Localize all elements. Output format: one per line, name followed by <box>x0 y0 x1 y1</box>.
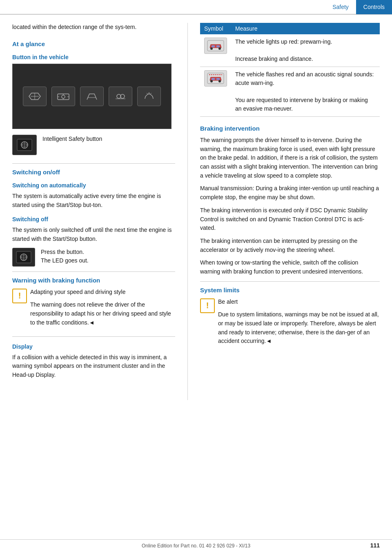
braking-text-5: When towing or tow-starting the vehicle,… <box>200 258 380 276</box>
dashboard-btn-1 <box>23 87 47 106</box>
svg-rect-18 <box>212 45 215 47</box>
warning-icon-row: ! Adapting your speed and driving style … <box>12 288 175 331</box>
svg-point-26 <box>218 80 221 82</box>
symbol-measure-table: Symbol Measure <box>200 23 380 117</box>
measure-text-2: The vehicle flashes red and an acoustic … <box>231 67 380 117</box>
intelligent-safety-icon <box>12 135 37 155</box>
nav-safety[interactable]: Safety <box>325 0 356 14</box>
dashboard-btn-4 <box>109 87 132 106</box>
measure-col-header: Measure <box>231 23 380 34</box>
warning-text-1: Adapting your speed and driving style <box>30 288 175 297</box>
press-btn-icon <box>12 248 35 267</box>
switching-off-text: The system is only switched off until th… <box>12 226 175 243</box>
vehicle-buttons-image <box>12 64 172 129</box>
system-limits-warning-icon: ! <box>200 298 215 313</box>
dashboard-btn-3 <box>80 87 104 106</box>
intelligent-safety-row: Intelligent Safety button <box>12 135 175 155</box>
table-row: The vehicle lights up red: prewarn-ing.I… <box>200 34 380 67</box>
press-button-row: Press the button. The LED goes out. <box>12 248 175 267</box>
switching-on-off-heading: Switching on/off <box>12 169 175 176</box>
svg-rect-24 <box>216 78 220 80</box>
warning-text-2: The warning does not relieve the driver … <box>30 300 175 327</box>
main-content: located within the detection range of th… <box>0 15 392 400</box>
system-limits-be-alert: Be alert <box>218 298 380 307</box>
braking-text-3: The braking intervention is executed onl… <box>200 206 380 233</box>
svg-point-25 <box>210 80 213 82</box>
divider-right-1 <box>200 281 380 282</box>
dashboard-btn-5 <box>137 87 161 106</box>
symbol-cell-1 <box>200 34 231 67</box>
top-nav-bar: Safety Controls <box>0 0 392 15</box>
page-number: 111 <box>370 542 380 549</box>
measure-text-1: The vehicle lights up red: prewarn-ing.I… <box>231 34 380 67</box>
switching-on-auto-text: The system is automatically active every… <box>12 192 175 209</box>
svg-point-21 <box>218 47 221 50</box>
switching-off-heading: Switching off <box>12 216 175 222</box>
divider-3 <box>12 336 175 337</box>
system-limits-warning-row: ! Be alert Due to system limitations, wa… <box>200 298 380 350</box>
warning-braking-heading: Warning with braking function <box>12 277 175 284</box>
svg-point-3 <box>62 95 65 98</box>
right-column: Symbol Measure <box>188 23 392 400</box>
page-footer: Online Edition for Part no. 01 40 2 926 … <box>0 539 392 549</box>
footer-edition: Online Edition for Part no. 01 40 2 926 … <box>142 543 250 549</box>
warning-text-block: Adapting your speed and driving style Th… <box>30 288 175 331</box>
divider-2 <box>12 271 175 272</box>
press-btn-text-2: The LED goes out. <box>41 256 89 265</box>
symbol-col-header: Symbol <box>200 23 231 34</box>
nav-controls[interactable]: Controls <box>356 0 392 14</box>
press-btn-text-1: Press the button. <box>41 248 89 257</box>
braking-text-1: The warning prompts the driver himself t… <box>200 136 380 180</box>
system-limits-text: Due to system limitations, warnings may … <box>218 310 380 346</box>
intelligent-safety-label: Intelligent Safety button <box>42 135 102 144</box>
left-column: located within the detection range of th… <box>0 23 188 400</box>
symbol-cell-2 <box>200 67 231 117</box>
braking-text-2: Manual transmission: During a braking in… <box>200 184 380 202</box>
car-symbol-red-2 <box>204 70 227 87</box>
system-limits-text-block: Be alert Due to system limitations, warn… <box>218 298 380 350</box>
button-icons-row <box>23 87 161 106</box>
button-in-vehicle-heading: Button in the vehicle <box>12 54 175 60</box>
intro-text: located within the detection range of th… <box>12 23 175 31</box>
at-a-glance-heading: At a glance <box>12 40 175 47</box>
display-text: If a collision with a vehicle detected i… <box>12 353 175 380</box>
dashboard-btn-2 <box>51 87 75 106</box>
divider-1 <box>12 163 175 164</box>
system-limits-heading: System limits <box>200 287 380 294</box>
svg-rect-19 <box>216 45 220 47</box>
switching-on-auto-heading: Switching on automatically <box>12 182 175 189</box>
warning-triangle-icon: ! <box>12 289 27 303</box>
braking-intervention-heading: Braking intervention <box>200 125 380 132</box>
press-button-text-block: Press the button. The LED goes out. <box>41 248 89 265</box>
braking-text-4: The braking intervention can be interrup… <box>200 237 380 254</box>
display-heading: Display <box>12 343 175 350</box>
svg-rect-23 <box>212 78 215 80</box>
table-row: The vehicle flashes red and an acoustic … <box>200 67 380 117</box>
car-symbol-red-1 <box>204 38 227 54</box>
svg-point-20 <box>210 47 213 50</box>
